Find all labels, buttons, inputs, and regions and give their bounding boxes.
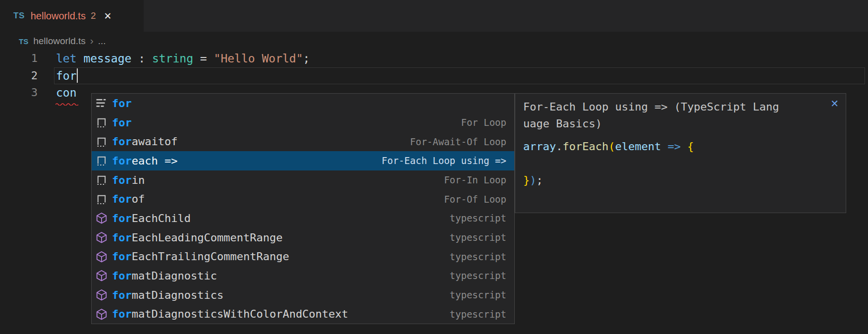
- breadcrumb-filename[interactable]: helloworld.ts: [33, 36, 86, 47]
- error-squiggle: [55, 99, 78, 108]
- snippet-icon: [96, 116, 108, 128]
- doc-title-line-1: For-Each Loop using => (TypeScript Lang: [523, 99, 838, 115]
- symbol-snippet-icon: [96, 193, 108, 205]
- doc-code-line: [523, 155, 838, 172]
- chevron-right-icon: ›: [90, 35, 94, 48]
- tab-bar: TS helloworld.ts 2 ✕: [0, 0, 868, 32]
- method-icon: [96, 308, 108, 320]
- line-number: 1: [0, 50, 38, 67]
- suggest-item[interactable]: formatDiagnostic typescript: [92, 266, 514, 285]
- suggest-item[interactable]: formatDiagnostics typescript: [92, 285, 514, 305]
- method-icon: [96, 231, 108, 243]
- suggest-item[interactable]: forawaitof For-Await-Of Loop: [92, 132, 514, 151]
- line-number: 3: [0, 84, 38, 102]
- intellisense-suggest-widget: for for For Loop forawaitof For-Await-Of…: [91, 93, 515, 324]
- suggest-item[interactable]: forEachChild typescript: [92, 209, 514, 228]
- snippet-icon: [96, 193, 108, 205]
- symbol-method-icon: [96, 308, 108, 320]
- symbol-keyword-icon: [96, 97, 108, 109]
- method-icon: [96, 289, 108, 301]
- suggest-item[interactable]: forEachLeadingCommentRange typescript: [92, 228, 514, 247]
- code-line-2[interactable]: 2for: [0, 67, 868, 85]
- symbol-method-icon: [96, 231, 108, 243]
- text-cursor: [77, 68, 78, 83]
- symbol-method-icon: [96, 212, 108, 224]
- tab-helloworld[interactable]: TS helloworld.ts 2 ✕: [0, 0, 144, 32]
- close-icon[interactable]: ✕: [830, 98, 839, 110]
- snippet-icon: [96, 155, 108, 167]
- symbol-snippet-icon: [96, 136, 108, 148]
- method-icon: [96, 251, 108, 263]
- doc-title-line-2: uage Basics): [523, 115, 838, 132]
- tab-problem-count: 2: [91, 10, 96, 21]
- symbol-method-icon: [96, 270, 108, 281]
- method-icon: [96, 270, 108, 281]
- method-icon: [96, 212, 108, 224]
- doc-code-snippet: array.forEach(element => {});: [523, 138, 838, 189]
- suggest-details-panel: For-Each Loop using => (TypeScript Lang …: [515, 93, 846, 213]
- symbol-method-icon: [96, 289, 108, 301]
- suggest-item[interactable]: formatDiagnosticsWithColorAndContext typ…: [92, 304, 514, 324]
- snippet-icon: [96, 174, 108, 186]
- code-line-1[interactable]: 1let message : string = "Hello World";: [0, 50, 868, 67]
- doc-code-line: array.forEach(element => {: [523, 138, 838, 155]
- close-icon[interactable]: ✕: [104, 10, 111, 22]
- doc-code-line: });: [523, 172, 838, 189]
- code-text: for: [56, 67, 77, 85]
- symbol-snippet-icon: [96, 174, 108, 186]
- suggest-item[interactable]: forof For-Of Loop: [92, 189, 514, 209]
- suggest-item-selected[interactable]: foreach => For-Each Loop using =>: [92, 151, 514, 170]
- suggest-item[interactable]: for For Loop: [92, 113, 514, 132]
- suggest-item[interactable]: forin For-In Loop: [92, 170, 514, 190]
- symbol-snippet-icon: [96, 116, 108, 128]
- symbol-snippet-icon: [96, 155, 108, 167]
- suggest-item[interactable]: for: [92, 94, 514, 113]
- symbol-method-icon: [96, 251, 108, 263]
- code-text: let message : string = "Hello World";: [56, 50, 310, 67]
- typescript-file-icon: TS: [13, 11, 25, 21]
- tab-title: helloworld.ts: [31, 10, 86, 22]
- breadcrumb-symbol-ellipsis[interactable]: ...: [98, 36, 106, 47]
- breadcrumb: TS helloworld.ts › ...: [0, 32, 106, 51]
- vscode-editor: { "tab": { "file_badge": "TS", "title": …: [0, 0, 868, 334]
- keyword-icon: [96, 97, 108, 109]
- snippet-icon: [96, 136, 108, 148]
- typescript-file-icon: TS: [19, 37, 28, 46]
- suggest-item[interactable]: forEachTrailingCommentRange typescript: [92, 247, 514, 266]
- line-number: 2: [0, 67, 38, 85]
